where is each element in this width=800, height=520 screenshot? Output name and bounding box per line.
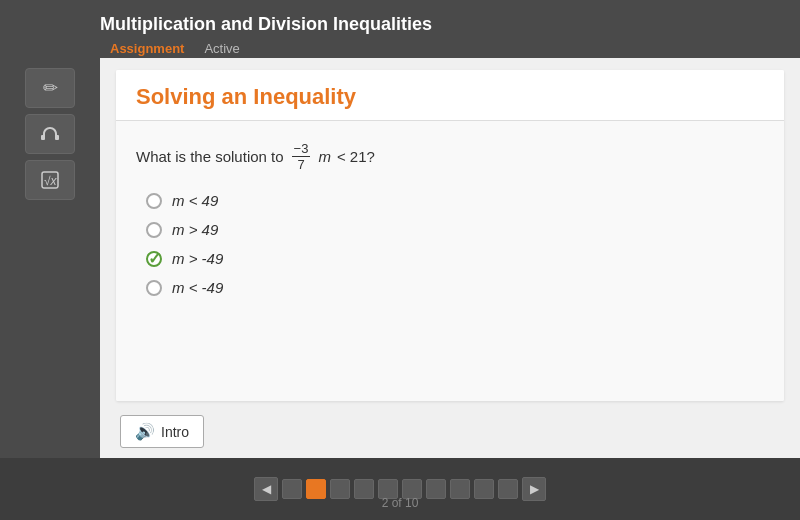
fraction: −3 7: [292, 141, 311, 172]
nav-dot-1[interactable]: [282, 479, 302, 499]
headphone-button[interactable]: [25, 114, 75, 154]
radio-d[interactable]: [146, 280, 162, 296]
radio-a[interactable]: [146, 193, 162, 209]
intro-bar: 🔊 Intro: [100, 405, 800, 458]
choice-a-label: m < 49: [172, 192, 218, 209]
question-text: What is the solution to −3 7 m < 21?: [136, 141, 764, 172]
calculator-button[interactable]: √x: [25, 160, 75, 200]
radio-b[interactable]: [146, 222, 162, 238]
nav-next-button[interactable]: ▶: [522, 477, 546, 501]
checkmark-icon: ✓: [148, 249, 161, 268]
svg-rect-0: [41, 135, 45, 140]
choice-d-label: m < -49: [172, 279, 223, 296]
svg-rect-1: [55, 135, 59, 140]
question-text-before: What is the solution to: [136, 148, 284, 165]
nav-dot-4[interactable]: [354, 479, 374, 499]
radio-c[interactable]: ✓: [146, 251, 162, 267]
choice-b[interactable]: m > 49: [146, 221, 764, 238]
pencil-button[interactable]: ✏: [25, 68, 75, 108]
header: Multiplication and Division Inequalities…: [0, 0, 800, 58]
page-title: Multiplication and Division Inequalities: [100, 8, 784, 39]
question-variable: m: [318, 148, 331, 165]
question-title: Solving an Inequality: [136, 84, 764, 110]
fraction-denominator: 7: [295, 157, 306, 172]
choice-c-label: m > -49: [172, 250, 223, 267]
nav-dot-10[interactable]: [498, 479, 518, 499]
choice-a[interactable]: m < 49: [146, 192, 764, 209]
nav-prev-button[interactable]: ◀: [254, 477, 278, 501]
intro-button-label: Intro: [161, 424, 189, 440]
main-content: Solving an Inequality What is the soluti…: [100, 58, 800, 458]
nav-dot-7[interactable]: [426, 479, 446, 499]
nav-bar: ◀ ▶ 2 of 10: [0, 458, 800, 520]
question-body: What is the solution to −3 7 m < 21? m <…: [116, 121, 784, 401]
nav-dot-9[interactable]: [474, 479, 494, 499]
question-card: Solving an Inequality What is the soluti…: [116, 70, 784, 401]
choice-b-label: m > 49: [172, 221, 218, 238]
page-info: 2 of 10: [382, 496, 419, 510]
answer-choices: m < 49 m > 49 ✓ m > -49 m < -49: [146, 192, 764, 296]
sidebar: ✏ √x: [0, 58, 100, 458]
question-header: Solving an Inequality: [116, 70, 784, 121]
fraction-numerator: −3: [292, 141, 311, 157]
nav-dot-3[interactable]: [330, 479, 350, 499]
speaker-icon: 🔊: [135, 422, 155, 441]
nav-dot-8[interactable]: [450, 479, 470, 499]
question-inequality: < 21?: [337, 148, 375, 165]
svg-text:√x: √x: [44, 174, 58, 188]
choice-d[interactable]: m < -49: [146, 279, 764, 296]
intro-button[interactable]: 🔊 Intro: [120, 415, 204, 448]
choice-c[interactable]: ✓ m > -49: [146, 250, 764, 267]
nav-dot-2[interactable]: [306, 479, 326, 499]
